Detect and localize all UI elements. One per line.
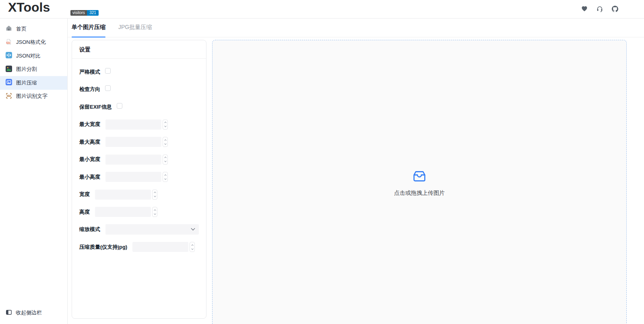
field-max-width: 最大宽度 bbox=[79, 116, 199, 134]
chevron-up-icon[interactable] bbox=[154, 209, 156, 212]
tab-bar: 单个图片压缩 JPG批量压缩 bbox=[68, 19, 644, 37]
sidebar-item-label: 首页 bbox=[16, 25, 27, 33]
quality-stepper[interactable] bbox=[190, 242, 195, 252]
sidebar-item-label: 图片分割 bbox=[16, 66, 37, 73]
github-icon[interactable] bbox=[612, 6, 618, 12]
tab-panel: 设置 严格模式 检查方向 保留EXIF信息 最 bbox=[68, 37, 644, 324]
chevron-down-icon bbox=[191, 227, 195, 231]
field-strict-mode: 严格模式 bbox=[79, 63, 199, 81]
chevron-down-icon[interactable] bbox=[164, 125, 167, 127]
sidebar: 首页 JSON JSON格式化 JSON对比 图片分割 图片压缩 bbox=[0, 19, 68, 324]
upload-hint-text: 点击或拖拽上传图片 bbox=[213, 190, 626, 197]
max-width-stepper[interactable] bbox=[163, 120, 168, 130]
field-label: 高度 bbox=[79, 208, 90, 216]
chevron-down-icon[interactable] bbox=[164, 142, 167, 145]
header-actions bbox=[581, 6, 618, 12]
tab-batch-jpg-compress[interactable]: JPG批量压缩 bbox=[118, 24, 152, 37]
field-width: 宽度 bbox=[79, 186, 199, 204]
chevron-up-icon[interactable] bbox=[164, 139, 167, 142]
chevron-up-icon[interactable] bbox=[154, 192, 156, 194]
upload-content: 点击或拖拽上传图片 bbox=[213, 171, 626, 197]
max-width-input[interactable] bbox=[105, 120, 161, 130]
app-header: XTools visitors 321 bbox=[0, 0, 644, 19]
settings-title: 设置 bbox=[72, 40, 206, 59]
field-quality: 压缩质量(仅支持jpg) bbox=[79, 238, 199, 256]
quality-input[interactable] bbox=[132, 242, 188, 252]
sidebar-item-image-split[interactable]: 图片分割 bbox=[0, 63, 67, 76]
chevron-up-icon[interactable] bbox=[164, 157, 167, 159]
sidebar-item-home[interactable]: 首页 bbox=[0, 22, 67, 36]
sidebar-item-json-diff[interactable]: JSON对比 bbox=[0, 49, 67, 63]
svg-text:JSON: JSON bbox=[7, 42, 11, 43]
keep-exif-checkbox[interactable] bbox=[117, 103, 122, 109]
sidebar-item-label: JSON对比 bbox=[16, 52, 41, 60]
chevron-down-icon[interactable] bbox=[154, 213, 156, 215]
tab-single-compress[interactable]: 单个图片压缩 bbox=[72, 24, 105, 37]
field-label: 最小宽度 bbox=[79, 156, 100, 163]
ocr-icon: OCR bbox=[6, 93, 12, 100]
field-keep-exif: 保留EXIF信息 bbox=[79, 98, 199, 116]
heart-icon[interactable] bbox=[581, 6, 588, 12]
min-width-stepper[interactable] bbox=[163, 155, 168, 165]
max-height-stepper[interactable] bbox=[163, 137, 168, 147]
chevron-up-icon[interactable] bbox=[164, 122, 167, 124]
home-icon bbox=[6, 25, 12, 33]
inbox-icon bbox=[413, 176, 426, 183]
chevron-up-icon[interactable] bbox=[191, 244, 194, 247]
field-min-height: 最小高度 bbox=[79, 168, 199, 186]
sidebar-item-label: JSON格式化 bbox=[16, 39, 46, 46]
field-min-width: 最小宽度 bbox=[79, 151, 199, 169]
width-stepper[interactable] bbox=[152, 190, 157, 200]
sidebar-item-ocr[interactable]: OCR 图片识别文字 bbox=[0, 90, 67, 103]
height-input[interactable] bbox=[95, 207, 151, 217]
chevron-up-icon[interactable] bbox=[164, 174, 167, 177]
visitors-badge-count: 321 bbox=[87, 10, 99, 16]
sidebar-item-json-format[interactable]: JSON JSON格式化 bbox=[0, 36, 67, 50]
min-height-input[interactable] bbox=[105, 172, 161, 182]
chevron-down-icon[interactable] bbox=[164, 160, 167, 162]
field-label: 最小高度 bbox=[79, 173, 100, 181]
visitors-badge-label: visitors bbox=[70, 10, 87, 16]
chevron-down-icon[interactable] bbox=[191, 248, 194, 250]
field-max-height: 最大高度 bbox=[79, 133, 199, 151]
image-compress-icon bbox=[6, 79, 12, 87]
field-label: 最大高度 bbox=[79, 138, 100, 146]
headset-icon[interactable] bbox=[597, 6, 603, 12]
image-split-icon bbox=[6, 66, 12, 73]
chevron-down-icon[interactable] bbox=[164, 177, 167, 180]
field-label: 严格模式 bbox=[79, 68, 100, 76]
max-height-input[interactable] bbox=[105, 137, 161, 147]
field-label: 缩放模式 bbox=[79, 226, 100, 233]
app: XTools visitors 321 首页 JSON bbox=[0, 0, 644, 324]
collapse-sidebar-icon bbox=[6, 309, 12, 317]
check-orientation-checkbox[interactable] bbox=[105, 85, 111, 91]
sidebar-item-label: 图片压缩 bbox=[16, 79, 37, 87]
upload-dropzone[interactable]: 点击或拖拽上传图片 bbox=[212, 40, 627, 324]
sidebar-item-image-compress[interactable]: 图片压缩 bbox=[0, 76, 67, 90]
field-label: 最大宽度 bbox=[79, 121, 100, 128]
height-stepper[interactable] bbox=[152, 207, 157, 217]
field-scale-mode: 缩放模式 bbox=[79, 221, 199, 239]
width-input[interactable] bbox=[95, 190, 151, 200]
settings-card: 设置 严格模式 检查方向 保留EXIF信息 最 bbox=[72, 40, 206, 319]
json-diff-icon bbox=[6, 52, 12, 60]
field-height: 高度 bbox=[79, 203, 199, 221]
min-height-stepper[interactable] bbox=[163, 172, 168, 182]
svg-text:OCR: OCR bbox=[7, 95, 10, 97]
chevron-down-icon[interactable] bbox=[154, 195, 156, 197]
field-label: 保留EXIF信息 bbox=[79, 103, 112, 111]
main-content: 单个图片压缩 JPG批量压缩 设置 严格模式 检查方向 保留E bbox=[68, 19, 644, 324]
collapse-sidebar-button[interactable]: 收起侧边栏 bbox=[0, 307, 67, 319]
field-label: 压缩质量(仅支持jpg) bbox=[79, 244, 127, 251]
strict-mode-checkbox[interactable] bbox=[105, 68, 111, 74]
min-width-input[interactable] bbox=[105, 155, 161, 165]
settings-form: 严格模式 检查方向 保留EXIF信息 最大宽度 bbox=[72, 59, 206, 256]
collapse-sidebar-label: 收起侧边栏 bbox=[16, 309, 42, 316]
visitors-badge: visitors 321 bbox=[70, 10, 99, 16]
scale-mode-select[interactable] bbox=[105, 224, 199, 235]
json-file-icon: JSON bbox=[6, 39, 12, 46]
field-label: 宽度 bbox=[79, 191, 90, 198]
field-label: 检查方向 bbox=[79, 86, 100, 93]
app-logo[interactable]: XTools bbox=[8, 0, 50, 15]
field-check-orientation: 检查方向 bbox=[79, 81, 199, 99]
